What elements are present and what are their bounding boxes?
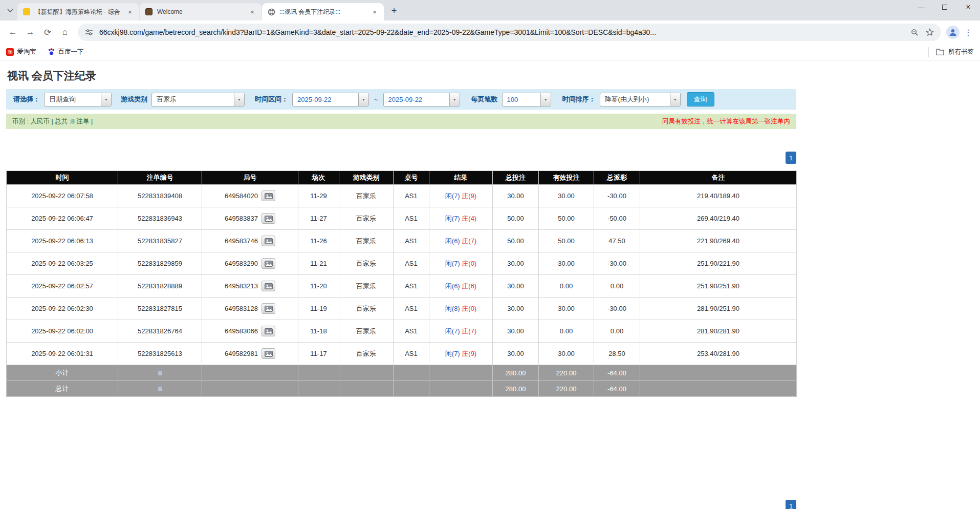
zoom-icon[interactable] [909, 27, 920, 37]
address-bar[interactable]: 66cxkj98.com/game/betrecord_search/kind3… [78, 24, 941, 41]
cell-payout: 47.50 [594, 230, 640, 252]
round-replay-icon[interactable] [262, 236, 275, 246]
tab-title: :::视讯 会员下注纪录::: [279, 8, 366, 16]
cell-game-type: 百家乐 [339, 298, 394, 320]
tab-close-icon[interactable]: × [371, 8, 379, 16]
info-bar: 币别 : 人民币 | 总共 :8 注单 | 同局有效投注，统一计算在该局第一张注… [6, 114, 796, 129]
new-tab-button[interactable]: + [387, 4, 401, 18]
cell-total-bet[interactable]: 30.00 [493, 185, 539, 207]
cell-game-type: 百家乐 [339, 252, 394, 275]
sort-select[interactable]: 降幂(由大到小) ▼ [600, 93, 681, 107]
result-player: 闲(7) [445, 350, 460, 357]
page-number-button[interactable]: 1 [786, 152, 796, 164]
tab-strip: 【新提醒】海燕策略论坛 - 综合 × Welcome × :::视讯 会员下注纪… [0, 0, 980, 20]
cell-total-bet[interactable]: 30.00 [493, 320, 539, 343]
cell-time: 2025-09-22 06:07:58 [7, 185, 118, 207]
tab-close-icon[interactable]: × [248, 8, 256, 16]
cell-time: 2025-09-22 06:03:25 [7, 252, 118, 275]
cell-note: 251.90/221.90 [640, 252, 797, 275]
date-end-select[interactable]: 2025-09-22 ▼ [383, 93, 460, 107]
forward-button[interactable]: → [23, 25, 38, 40]
cell-time: 2025-09-22 06:02:00 [7, 320, 118, 343]
cell-bet-id: 522831836943 [118, 207, 202, 230]
round-replay-icon[interactable] [262, 348, 275, 359]
result-player: 闲(6) [445, 282, 460, 290]
round-replay-icon[interactable] [262, 326, 275, 336]
cell-payout: -30.00 [594, 185, 640, 207]
result-player: 闲(7) [445, 260, 460, 267]
cell-total-bet[interactable]: 30.00 [493, 298, 539, 320]
search-button[interactable]: 查询 [687, 92, 714, 107]
result-banker: 庄(9) [462, 192, 476, 200]
tab-title: Welcome [157, 8, 244, 15]
per-page-select[interactable]: 100 ▼ [502, 93, 551, 107]
tab-search-button[interactable] [3, 4, 17, 18]
col-time: 时间 [7, 171, 118, 185]
bookmark-baidu[interactable]: 百度一下 [48, 48, 84, 57]
cell-time: 2025-09-22 06:06:47 [7, 207, 118, 230]
cell-session: 11-21 [298, 252, 339, 275]
cell-total-bet[interactable]: 50.00 [493, 230, 539, 252]
tab-welcome[interactable]: Welcome × [140, 3, 262, 20]
bookmark-taobao[interactable]: 淘 爱淘宝 [6, 48, 36, 56]
all-bookmarks[interactable]: 所有书签 [928, 47, 974, 57]
col-note: 备注 [640, 171, 797, 185]
browser-menu-icon[interactable]: ⋮ [962, 28, 975, 37]
reload-button[interactable]: ⟳ [40, 25, 55, 40]
round-replay-icon[interactable] [262, 213, 275, 224]
minimize-button[interactable]: — [909, 0, 933, 14]
cell-round-id: 649584020 [202, 185, 298, 207]
cell-total-bet[interactable]: 30.00 [493, 343, 539, 365]
tab-forum[interactable]: 【新提醒】海燕策略论坛 - 综合 × [17, 3, 139, 20]
cell-game-type: 百家乐 [339, 275, 394, 298]
total-valid-bet: 220.00 [539, 381, 594, 397]
round-replay-icon[interactable] [262, 303, 275, 314]
round-replay-icon[interactable] [262, 190, 275, 201]
cell-time: 2025-09-22 06:02:30 [7, 298, 118, 320]
bookmark-star-icon[interactable] [925, 27, 935, 37]
tab-bet-records[interactable]: :::视讯 会员下注纪录::: × [262, 3, 384, 20]
maximize-button[interactable] [933, 0, 956, 14]
cell-note: 251.90/251.90 [640, 275, 797, 298]
cell-bet-id: 522831835827 [118, 230, 202, 252]
cell-note: 221.90/269.40 [640, 230, 797, 252]
close-window-button[interactable]: × [956, 0, 980, 14]
cell-total-bet[interactable]: 30.00 [493, 252, 539, 275]
table-row: 2025-09-22 06:06:47522831836943649583837… [7, 207, 797, 230]
cell-session: 11-26 [298, 230, 339, 252]
table-row: 2025-09-22 06:06:13522831835827649583746… [7, 230, 797, 252]
cell-bet-id: 522831828889 [118, 275, 202, 298]
query-type-select[interactable]: 日期查询 ▼ [44, 93, 112, 107]
browser-toolbar: ← → ⟳ ⌂ 66cxkj98.com/game/betrecord_sear… [0, 20, 980, 44]
cell-total-bet[interactable]: 50.00 [493, 207, 539, 230]
cell-table-no: AS1 [394, 207, 429, 230]
chevron-down-icon [7, 9, 13, 13]
col-valid-bet: 有效投注 [539, 171, 594, 185]
result-banker: 庄(7) [462, 237, 476, 245]
result-player: 闲(7) [445, 215, 460, 222]
home-button[interactable]: ⌂ [57, 25, 73, 40]
round-replay-icon[interactable] [262, 281, 275, 291]
cell-result: 闲(7) 庄(9) [429, 185, 493, 207]
profile-avatar[interactable] [946, 26, 960, 39]
result-player: 闲(8) [445, 305, 460, 312]
site-info-icon[interactable] [84, 27, 94, 37]
tab-close-icon[interactable]: × [126, 8, 134, 16]
cell-time: 2025-09-22 06:01:31 [7, 343, 118, 365]
back-button[interactable]: ← [5, 25, 20, 40]
date-start-select[interactable]: 2025-09-22 ▼ [292, 93, 369, 107]
cell-table-no: AS1 [394, 230, 429, 252]
page-number-button[interactable]: 1 [786, 500, 796, 509]
cell-bet-id: 522831826764 [118, 320, 202, 343]
chevron-down-icon: ▼ [540, 93, 551, 106]
cell-total-bet[interactable]: 30.00 [493, 275, 539, 298]
browser-window: 【新提醒】海燕策略论坛 - 综合 × Welcome × :::视讯 会员下注纪… [0, 0, 980, 60]
cell-result: 闲(7) 庄(0) [429, 252, 493, 275]
cell-game-type: 百家乐 [339, 320, 394, 343]
cell-note: 253.40/281.90 [640, 343, 797, 365]
folder-icon [936, 49, 944, 55]
cell-payout: 0.00 [594, 320, 640, 343]
game-type-select[interactable]: 百家乐 ▼ [151, 93, 245, 107]
baidu-paw-icon [48, 48, 55, 57]
round-replay-icon[interactable] [262, 258, 275, 269]
